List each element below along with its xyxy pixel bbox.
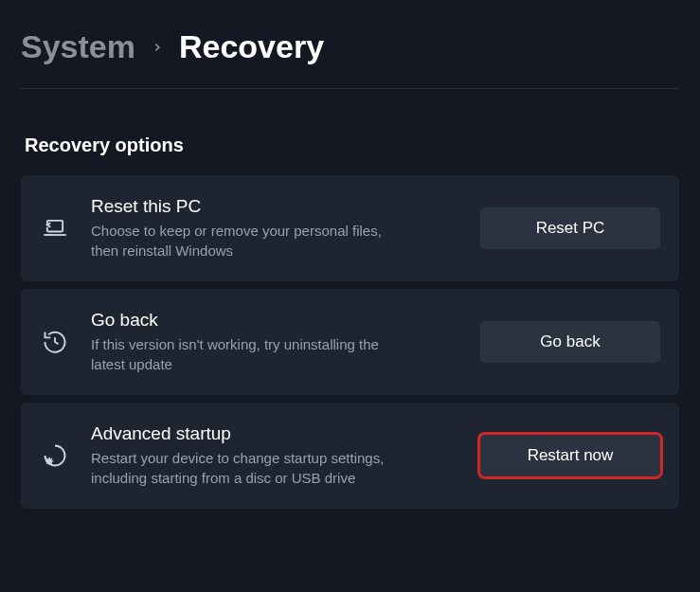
option-desc: Choose to keep or remove your personal f… — [91, 221, 413, 260]
option-text: Advanced startup Restart your device to … — [91, 423, 459, 488]
option-title: Reset this PC — [91, 196, 459, 217]
reset-pc-button[interactable]: Reset PC — [480, 207, 660, 249]
option-text: Reset this PC Choose to keep or remove y… — [91, 196, 459, 260]
option-desc: Restart your device to change startup se… — [91, 448, 413, 488]
reset-pc-icon — [40, 213, 70, 243]
advanced-startup-icon — [40, 440, 70, 471]
option-advanced-startup: Advanced startup Restart your device to … — [21, 403, 679, 509]
restart-now-button[interactable]: Restart now — [480, 435, 660, 476]
option-text: Go back If this version isn't working, t… — [91, 310, 459, 374]
breadcrumb: System Recovery — [21, 28, 679, 89]
breadcrumb-parent[interactable]: System — [21, 28, 135, 65]
option-title: Go back — [91, 310, 459, 331]
option-go-back: Go back If this version isn't working, t… — [21, 289, 679, 395]
section-title: Recovery options — [21, 135, 679, 156]
go-back-button[interactable]: Go back — [480, 321, 660, 363]
svg-point-0 — [46, 458, 52, 464]
chevron-right-icon — [151, 41, 164, 54]
option-reset-pc: Reset this PC Choose to keep or remove y… — [21, 175, 679, 281]
page-title: Recovery — [179, 28, 324, 65]
option-desc: If this version isn't working, try unins… — [91, 334, 413, 374]
option-title: Advanced startup — [91, 423, 459, 444]
go-back-icon — [40, 327, 70, 357]
